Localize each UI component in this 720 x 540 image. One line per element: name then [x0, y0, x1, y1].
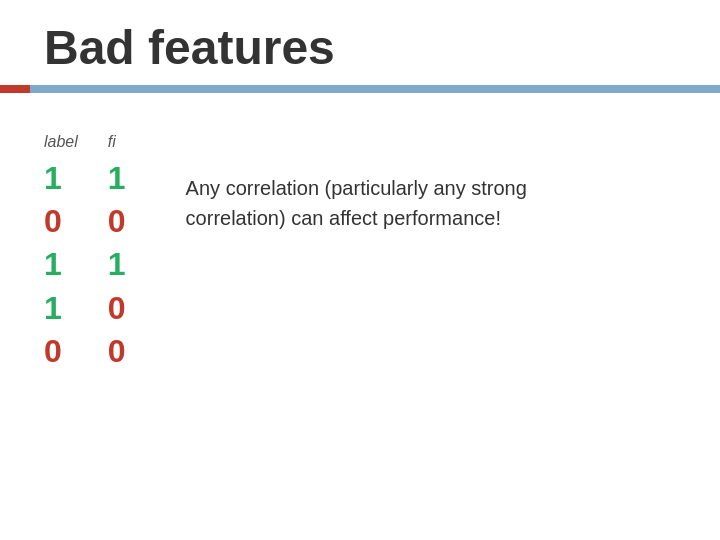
divider-bar [0, 85, 720, 93]
fi-row-5: 0 [108, 334, 126, 369]
fi-column: fi 1 0 1 0 0 [108, 133, 126, 369]
label-row-1: 1 [44, 161, 78, 196]
content-area: label 1 0 1 1 0 fi 1 0 1 0 0 [0, 93, 720, 389]
title-area: Bad features [0, 0, 720, 85]
label-row-3: 1 [44, 247, 78, 282]
label-column-values: 1 0 1 1 0 [44, 161, 78, 369]
page-container: Bad features label 1 0 1 1 0 fi 1 [0, 0, 720, 540]
page-title: Bad features [44, 20, 676, 75]
label-row-2: 0 [44, 204, 78, 239]
label-column-header: label [44, 133, 78, 151]
fi-row-4: 0 [108, 291, 126, 326]
fi-row-2: 0 [108, 204, 126, 239]
fi-column-values: 1 0 1 0 0 [108, 161, 126, 369]
divider-accent [0, 85, 30, 93]
label-row-5: 0 [44, 334, 78, 369]
fi-column-header: fi [108, 133, 126, 151]
fi-row-3: 1 [108, 247, 126, 282]
fi-row-1: 1 [108, 161, 126, 196]
description-text: Any correlation (particularly any strong… [186, 173, 546, 233]
data-table: label 1 0 1 1 0 fi 1 0 1 0 0 [44, 133, 126, 369]
label-column: label 1 0 1 1 0 [44, 133, 78, 369]
divider-main [30, 85, 720, 93]
description-area: Any correlation (particularly any strong… [186, 133, 546, 233]
label-row-4: 1 [44, 291, 78, 326]
